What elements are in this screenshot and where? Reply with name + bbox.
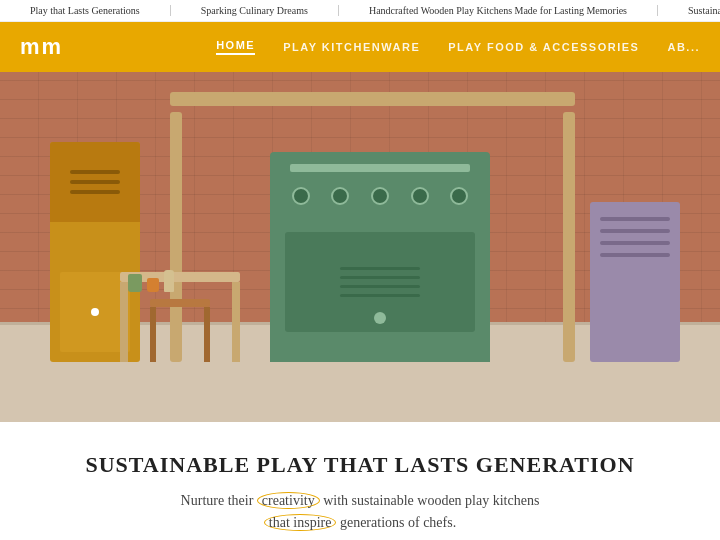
oven-line-3: [340, 285, 420, 288]
burner-1: [292, 187, 310, 205]
ticker-bar: Play that Lasts Generations Sparking Cul…: [0, 0, 720, 22]
oven-line-1: [340, 267, 420, 270]
stool-legs: [150, 307, 210, 362]
highlight-inspire: that inspire: [264, 514, 337, 531]
header: mm HOME PLAY KITCHENWARE PLAY FOOD & ACC…: [0, 22, 720, 72]
subtext-end: generations of chefs.: [340, 515, 456, 530]
content-section: SUSTAINABLE PLAY THAT LASTS GENERATION N…: [0, 422, 720, 540]
door-handle: [91, 308, 99, 316]
purple-slot-4: [600, 253, 670, 257]
cabinet-slot-1: [70, 170, 120, 174]
purple-slot-3: [600, 241, 670, 245]
headline: SUSTAINABLE PLAY THAT LASTS GENERATION: [80, 452, 640, 478]
cabinet-purple: [590, 202, 680, 362]
ticker-item-4: Sustainable Play that L...: [658, 5, 720, 16]
arch-top: [170, 92, 575, 106]
subtext: Nurture their creativity with sustainabl…: [80, 490, 640, 535]
cabinet-slot-3: [70, 190, 120, 194]
play-mug-green: [128, 274, 142, 292]
hero-background: [0, 72, 720, 422]
subtext-middle: with sustainable wooden play kitchens: [323, 493, 539, 508]
burner-2: [331, 187, 349, 205]
ticker-item-1: Play that Lasts Generations: [0, 5, 171, 16]
table-leg-right: [232, 282, 240, 362]
main-nav: HOME PLAY KITCHENWARE PLAY FOOD & ACCESS…: [216, 39, 700, 55]
play-mug-orange: [147, 278, 159, 292]
play-bottle: [164, 270, 174, 292]
cabinet-yellow-top: [50, 142, 140, 222]
kitchen-green-unit: [270, 152, 490, 362]
stool-seat: [150, 299, 210, 307]
table-items: [128, 270, 174, 292]
oven-decoration: [340, 267, 420, 297]
purple-slots: [590, 202, 680, 272]
burner-5: [450, 187, 468, 205]
table-leg-left: [120, 282, 128, 362]
stool-leg-right: [204, 307, 210, 362]
stool-leg-left: [150, 307, 156, 362]
play-stool: [150, 299, 210, 362]
ticker-item-3: Handcrafted Wooden Play Kitchens Made fo…: [339, 5, 658, 16]
kitchen-burners: [285, 187, 475, 205]
burner-3: [371, 187, 389, 205]
nav-food-accessories[interactable]: PLAY FOOD & ACCESSORIES: [448, 41, 639, 53]
oven-line-4: [340, 294, 420, 297]
cabinet-slot-2: [70, 180, 120, 184]
kitchen-top-bar: [290, 164, 470, 172]
nav-about[interactable]: AB...: [667, 41, 700, 53]
burner-4: [411, 187, 429, 205]
purple-slot-1: [600, 217, 670, 221]
oven-knob: [374, 312, 386, 324]
logo: mm: [20, 34, 63, 60]
arch-right: [563, 112, 575, 362]
highlight-creativity: creativity: [257, 492, 320, 509]
kitchen-oven: [285, 232, 475, 332]
subtext-before: Nurture their: [181, 493, 254, 508]
nav-kitchenware[interactable]: PLAY KITCHENWARE: [283, 41, 420, 53]
hero-section: [0, 72, 720, 422]
purple-slot-2: [600, 229, 670, 233]
oven-line-2: [340, 276, 420, 279]
nav-home[interactable]: HOME: [216, 39, 255, 55]
ticker-item-2: Sparking Culinary Dreams: [171, 5, 339, 16]
